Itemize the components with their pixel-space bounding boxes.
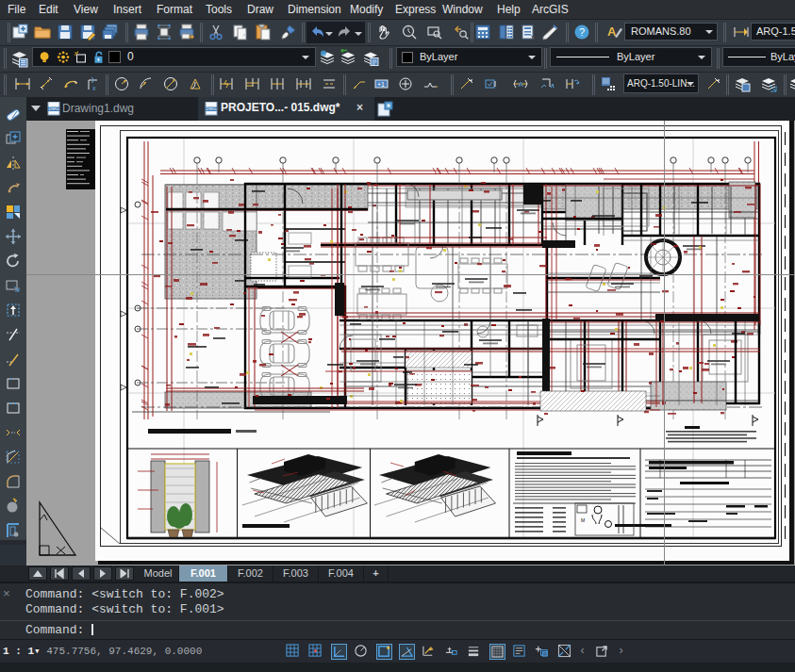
svg-text:M: M (581, 517, 585, 523)
svg-text:DWG: DWG (49, 107, 59, 111)
svg-text:A: A (519, 80, 524, 89)
svg-text:+1: +1 (377, 81, 385, 88)
svg-text:x: x (92, 85, 96, 91)
svg-text:?: ? (579, 26, 585, 38)
svg-text:DWG: DWG (207, 107, 217, 111)
